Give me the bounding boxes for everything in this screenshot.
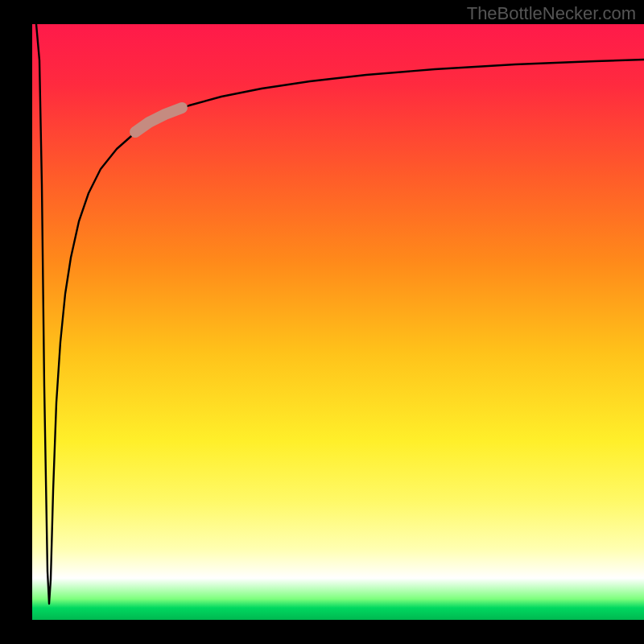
- y-axis-band: [0, 24, 32, 620]
- x-axis-band: [0, 620, 644, 644]
- chart-container: TheBottleNecker.com: [0, 0, 644, 644]
- highlight-segment: [135, 108, 182, 132]
- curve-path: [36, 24, 644, 604]
- attribution-label: TheBottleNecker.com: [467, 3, 636, 24]
- bottleneck-curve: [32, 24, 644, 620]
